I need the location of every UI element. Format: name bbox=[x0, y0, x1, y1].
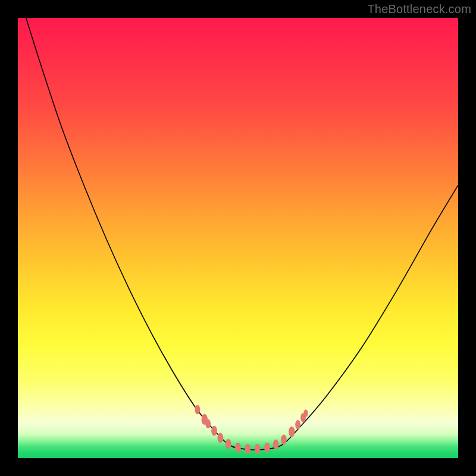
chart-frame: TheBottleneck.com bbox=[0, 0, 476, 476]
plot-area bbox=[18, 18, 458, 458]
dot bbox=[205, 419, 211, 428]
highlight-dots bbox=[195, 405, 308, 454]
watermark-label: TheBottleneck.com bbox=[367, 2, 471, 16]
dot bbox=[303, 409, 308, 417]
dot bbox=[289, 426, 295, 437]
dot bbox=[264, 443, 270, 453]
curve-layer bbox=[18, 18, 458, 458]
dot bbox=[273, 440, 279, 450]
dot bbox=[195, 405, 200, 414]
dot bbox=[245, 444, 250, 454]
dot bbox=[211, 426, 217, 436]
bottleneck-curve bbox=[18, 0, 458, 450]
dot bbox=[218, 433, 224, 443]
dot bbox=[226, 439, 231, 449]
dot bbox=[255, 444, 261, 454]
dot bbox=[295, 420, 300, 429]
dot bbox=[281, 434, 287, 444]
dot bbox=[235, 443, 241, 453]
